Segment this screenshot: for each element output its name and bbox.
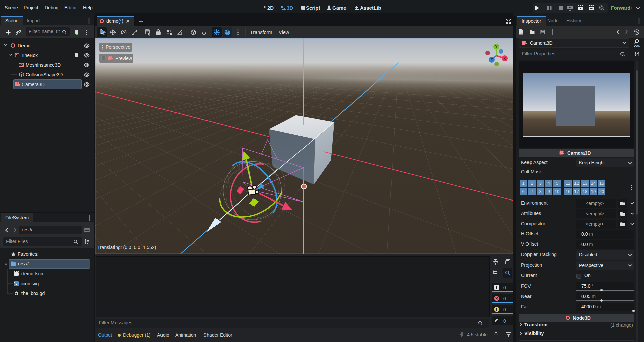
svg-text:Game: Game bbox=[332, 5, 347, 11]
svg-text:Z: Z bbox=[491, 58, 493, 62]
svg-text:X: X bbox=[503, 56, 506, 60]
svg-text:Forward+: Forward+ bbox=[611, 5, 633, 11]
svg-text:Script: Script bbox=[306, 5, 320, 11]
svg-text:3D: 3D bbox=[287, 5, 293, 11]
svg-text:2D: 2D bbox=[267, 5, 274, 11]
svg-text:DOC: DOC bbox=[634, 44, 640, 47]
svg-text:Y: Y bbox=[495, 45, 498, 49]
svg-text:AssetLib: AssetLib bbox=[360, 5, 381, 11]
